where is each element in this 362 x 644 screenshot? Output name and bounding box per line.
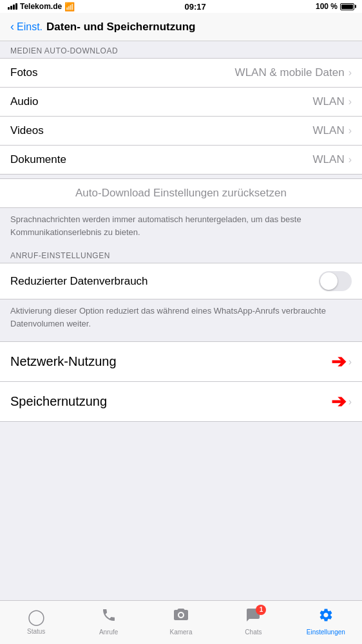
fotos-value-wrap: WLAN & mobile Daten › (235, 66, 352, 79)
usage-group: Netzwerk-Nutzung ➔ › Speichernutzung ➔ › (0, 341, 362, 422)
network-chevron-icon: › (348, 356, 352, 368)
audio-row[interactable]: Audio WLAN › (0, 88, 362, 117)
fotos-chevron-icon: › (348, 67, 352, 79)
battery-label: 100 % (316, 2, 338, 11)
storage-arrow-wrap: ➔ › (331, 391, 352, 412)
page-title: Daten- und Speichernutzung (46, 21, 195, 33)
videos-label: Videos (10, 124, 44, 137)
reset-label: Auto-Download Einstellungen zurücksetzen (75, 187, 287, 200)
call-settings-header: ANRUF-EINSTELLUNGEN (0, 246, 362, 263)
network-label: Netzwerk-Nutzung (10, 354, 117, 369)
back-label: Einst. (17, 21, 43, 33)
storage-label: Speichernutzung (10, 394, 107, 409)
wifi-icon: 📶 (64, 2, 75, 12)
fotos-label: Fotos (10, 66, 38, 79)
chats-badge: 1 (256, 605, 266, 615)
tab-kamera[interactable]: Kamera (145, 601, 217, 644)
fotos-value: WLAN & mobile Daten (235, 66, 345, 79)
camera-tab-icon (173, 607, 189, 627)
back-button[interactable]: ‹ Einst. (10, 20, 43, 33)
tab-chats[interactable]: 1 Chats (217, 601, 289, 644)
tab-anrufe[interactable]: Anrufe (72, 601, 144, 644)
call-settings-group: Reduzierter Datenverbrauch (0, 263, 362, 299)
storage-red-arrow-icon: ➔ (331, 391, 346, 412)
signal-icon (8, 3, 17, 10)
storage-chevron-icon: › (348, 396, 352, 408)
tab-chats-label: Chats (245, 629, 262, 636)
videos-row[interactable]: Videos WLAN › (0, 117, 362, 146)
phone-tab-icon (101, 607, 117, 627)
carrier-label: Telekom.de (20, 2, 62, 11)
network-arrow-wrap: ➔ › (331, 351, 352, 372)
gear-tab-icon (318, 607, 334, 627)
tab-einstellungen-label: Einstellungen (307, 629, 345, 636)
tab-status-label: Status (27, 628, 45, 635)
tab-anrufe-label: Anrufe (99, 629, 118, 636)
tab-status[interactable]: ◯ Status (0, 601, 72, 644)
media-download-group: Fotos WLAN & mobile Daten › Audio WLAN ›… (0, 58, 362, 175)
status-carrier: Telekom.de 📶 (8, 2, 75, 12)
tab-einstellungen[interactable]: Einstellungen (290, 601, 362, 644)
toggle-knob (320, 272, 338, 290)
call-info-text: Aktivierung dieser Option reduziert das … (0, 299, 362, 337)
dokumente-label: Dokumente (10, 153, 66, 166)
dokumente-value: WLAN (313, 153, 345, 166)
reduced-data-toggle[interactable] (319, 271, 352, 291)
network-row[interactable]: Netzwerk-Nutzung ➔ › (0, 342, 362, 382)
chats-badge-wrap: 1 (245, 607, 261, 627)
fotos-row[interactable]: Fotos WLAN & mobile Daten › (0, 59, 362, 88)
videos-chevron-icon: › (348, 125, 352, 137)
status-bar: Telekom.de 📶 09:17 100 % (0, 0, 362, 13)
audio-value: WLAN (313, 95, 345, 108)
dokumente-row[interactable]: Dokumente WLAN › (0, 146, 362, 174)
reduced-data-label: Reduzierter Datenverbrauch (10, 275, 148, 288)
dokumente-value-wrap: WLAN › (313, 153, 352, 166)
reduced-data-row[interactable]: Reduzierter Datenverbrauch (0, 263, 362, 299)
tab-kamera-label: Kamera (170, 629, 193, 636)
reset-row[interactable]: Auto-Download Einstellungen zurücksetzen (0, 178, 362, 208)
storage-row[interactable]: Speichernutzung ➔ › (0, 382, 362, 421)
audio-chevron-icon: › (348, 96, 352, 108)
navigation-bar: ‹ Einst. Daten- und Speichernutzung (0, 13, 362, 41)
status-battery: 100 % (316, 2, 354, 11)
audio-value-wrap: WLAN › (313, 95, 352, 108)
chevron-left-icon: ‹ (10, 20, 14, 33)
audio-label: Audio (10, 95, 38, 108)
tab-bar: ◯ Status Anrufe Kamera 1 Chats (0, 600, 362, 644)
media-info-text: Sprachnachrichten werden immer automatis… (0, 208, 362, 246)
videos-value: WLAN (313, 124, 345, 137)
status-time: 09:17 (184, 2, 205, 12)
dokumente-chevron-icon: › (348, 154, 352, 166)
battery-icon (340, 3, 354, 10)
media-auto-download-header: MEDIEN AUTO-DOWNLOAD (0, 41, 362, 58)
status-tab-icon: ◯ (28, 608, 45, 626)
videos-value-wrap: WLAN › (313, 124, 352, 137)
network-red-arrow-icon: ➔ (331, 351, 346, 372)
